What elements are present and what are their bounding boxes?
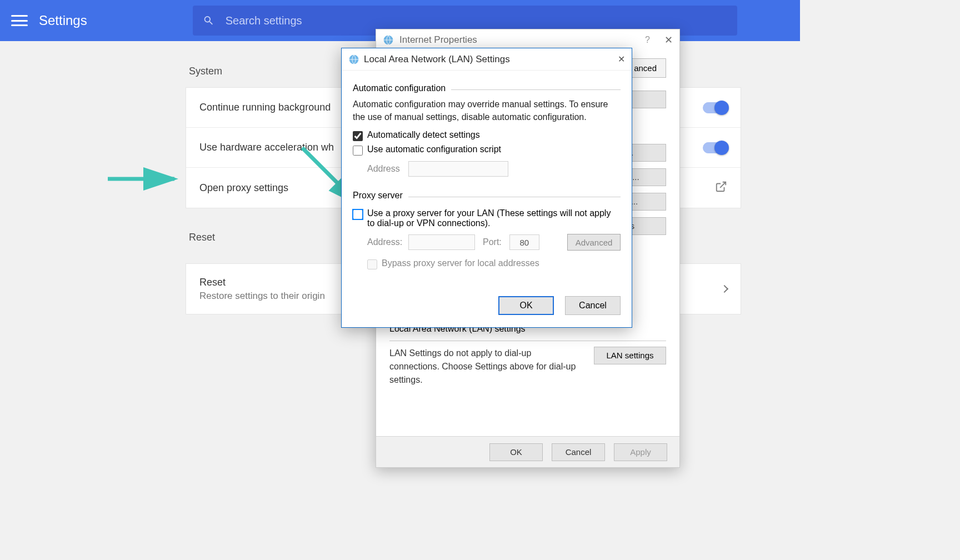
script-address-input — [408, 161, 508, 177]
chk-use-proxy-label: Use a proxy server for your LAN (These s… — [367, 208, 621, 228]
chk-auto-script-box[interactable] — [353, 146, 363, 156]
ip-lan-desc: LAN Settings do not apply to dial-up con… — [389, 347, 583, 387]
proxy-address-label: Address: — [367, 237, 401, 247]
chk-auto-detect-label: Automatically detect settings — [367, 130, 621, 140]
reset-title: Reset — [199, 277, 325, 288]
proxy-address-input — [408, 234, 475, 250]
proxy-legend: Proxy server — [353, 191, 408, 201]
divider — [389, 341, 666, 341]
row-label: Open proxy settings — [199, 182, 288, 194]
close-icon[interactable]: ✕ — [618, 54, 625, 64]
close-icon[interactable]: ✕ — [664, 34, 673, 46]
lan-title: Local Area Network (LAN) Settings — [364, 54, 510, 65]
proxy-advanced-button: Advanced — [567, 234, 621, 251]
chk-use-proxy-box[interactable] — [353, 209, 363, 219]
hamburger-icon[interactable] — [11, 15, 28, 26]
auto-config-hint: Automatic configuration may override man… — [353, 98, 621, 123]
ip-ok-button[interactable]: OK — [489, 443, 543, 461]
annotation-arrow-1 — [108, 166, 186, 192]
chk-bypass-local-box — [367, 259, 377, 269]
svg-line-0 — [720, 182, 726, 188]
script-address-label: Address — [367, 164, 401, 174]
chk-use-proxy[interactable]: Use a proxy server for your LAN (These s… — [353, 208, 621, 228]
external-link-icon — [715, 181, 727, 195]
ip-apply-button[interactable]: Apply — [614, 443, 667, 461]
chk-bypass-local: Bypass proxy server for local addresses — [353, 258, 621, 269]
ip-cancel-button[interactable]: Cancel — [552, 443, 605, 461]
settings-title: Settings — [39, 13, 87, 28]
help-icon[interactable]: ? — [645, 35, 650, 45]
lan-settings-dialog: Local Area Network (LAN) Settings ✕ Auto… — [341, 48, 632, 328]
lan-ok-button[interactable]: OK — [498, 296, 554, 315]
chk-auto-script[interactable]: Use automatic configuration script — [353, 144, 621, 156]
chk-auto-detect-box[interactable] — [353, 131, 363, 141]
chk-bypass-local-label: Bypass proxy server for local addresses — [382, 258, 621, 268]
proxy-port-input — [509, 234, 539, 250]
ip-title: Internet Properties — [399, 34, 477, 46]
lan-titlebar: Local Area Network (LAN) Settings ✕ — [342, 48, 632, 71]
ip-lan-section: Local Area Network (LAN) settings LAN Se… — [389, 324, 666, 387]
proxy-server-group: Proxy server Use a proxy server for your… — [353, 197, 621, 284]
ip-bottom-buttons: OK Cancel Apply — [376, 436, 679, 467]
chk-auto-detect[interactable]: Automatically detect settings — [353, 130, 621, 141]
toggle-on[interactable] — [703, 102, 727, 113]
lan-bottom-buttons: OK Cancel — [353, 296, 621, 315]
globe-icon — [383, 34, 394, 46]
chk-auto-script-label: Use automatic configuration script — [367, 144, 621, 154]
search-icon — [203, 14, 214, 27]
lan-settings-button[interactable]: LAN settings — [594, 347, 666, 364]
chevron-right-icon — [721, 285, 728, 293]
toggle-on[interactable] — [703, 142, 727, 153]
search-settings-input[interactable] — [226, 14, 727, 27]
auto-config-group: Automatic configuration Automatic config… — [353, 89, 621, 188]
proxy-port-label: Port: — [483, 237, 502, 247]
lan-cancel-button[interactable]: Cancel — [565, 296, 621, 315]
globe-icon — [348, 54, 359, 65]
reset-subtitle: Restore settings to their origin — [199, 291, 325, 302]
auto-config-legend: Automatic configuration — [353, 83, 451, 93]
row-label: Continue running background — [199, 102, 331, 113]
